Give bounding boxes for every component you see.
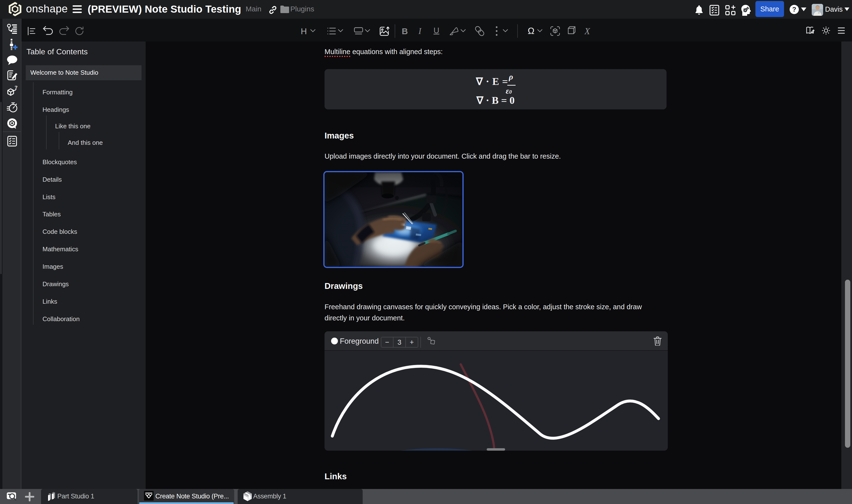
svg-text:?: ? — [792, 6, 796, 13]
svg-text:?: ? — [15, 86, 17, 90]
